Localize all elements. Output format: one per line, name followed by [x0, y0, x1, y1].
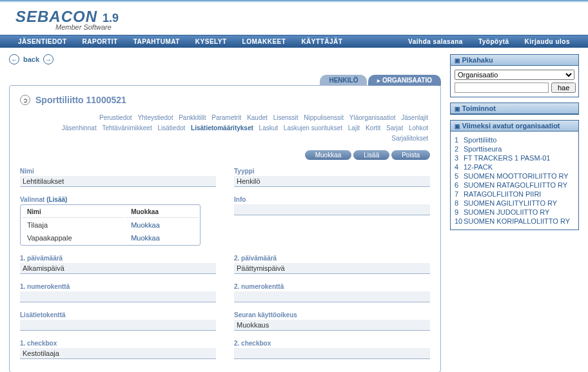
subnav: Perustiedot Yhteystiedot Pankkitilit Par… — [20, 113, 430, 144]
panel-viimeksi: Viimeksi avatut organisaatiot 1Sporttili… — [450, 120, 579, 230]
value-nimi: Lehtitilaukset — [20, 176, 216, 187]
delete-button[interactable]: Poista — [391, 150, 430, 160]
nav-change-password[interactable]: Vaihda salasana — [400, 38, 471, 45]
label-tyyppi: Tyyppi — [234, 168, 430, 175]
recent-list: 1Sporttiliitto 2Sporttiseura 3FT TRACKER… — [455, 135, 574, 226]
subnav-parametrit[interactable]: Parametrit — [211, 114, 241, 121]
recent-item[interactable]: 8SUOMEN AGILITYLIITTO RY — [455, 199, 574, 208]
subnav-perustiedot[interactable]: Perustiedot — [99, 114, 132, 121]
label-cb1: 1. checkbox — [20, 340, 216, 347]
tab-henkilo[interactable]: HENKILÖ — [320, 75, 367, 86]
nav-raportit[interactable]: RAPORTIT — [75, 38, 126, 45]
value-num1 — [20, 291, 216, 302]
recent-item[interactable]: 7RATAGOLFLIITON PIIRI — [455, 190, 574, 199]
subnav-jasenlajit[interactable]: Jäsenlajit — [401, 114, 428, 121]
value-num2 — [234, 291, 430, 302]
subnav-kortit[interactable]: Kortit — [366, 124, 380, 132]
valinnat-add-link[interactable]: (Lisää) — [46, 196, 67, 203]
pikahaku-search-button[interactable] — [551, 83, 576, 93]
recent-item[interactable]: 1Sporttiliitto — [455, 135, 574, 144]
pikahaku-type-select[interactable]: Organisaatio — [455, 70, 574, 80]
subnav-ylaorganisaatiot[interactable]: Yläorganisaatiot — [349, 114, 396, 121]
subnav-laskujen-suoritukset[interactable]: Laskujen suoritukset — [284, 124, 342, 132]
page-title-icon: ➲ — [20, 95, 30, 105]
label-pvm2: 2. päivämäärä — [234, 255, 430, 262]
label-nimi: Nimi — [20, 168, 216, 175]
subnav-nippulisenssit[interactable]: Nippulisenssit — [304, 114, 344, 121]
recent-item[interactable]: 10SUOMEN KORIPALLOLIITTO RY — [455, 217, 574, 226]
valinnat-col-muokkaa: Muokkaa — [126, 206, 199, 218]
label-pvm1: 1. päivämäärä — [20, 255, 216, 262]
value-cb2 — [234, 348, 430, 359]
back-bar: ← back → — [9, 54, 441, 64]
subnav-sarjat[interactable]: Sarjat — [386, 124, 403, 132]
valinnat-col-nimi: Nimi — [22, 206, 124, 218]
form-grid: Nimi Lehtitilaukset Tyyppi Henkilö Valin… — [20, 168, 430, 359]
app-subtitle: Member Software — [55, 23, 573, 31]
valinnat-row-name: Tilaaja — [22, 219, 124, 231]
nav-desktop[interactable]: Työpöytä — [471, 38, 517, 45]
label-seura: Seuran käyttöoikeus — [234, 311, 430, 318]
nav-right: Vaihda salasana Työpöytä Kirjaudu ulos — [400, 38, 578, 45]
tabs: HENKILÖ ORGANISAATIO — [9, 75, 441, 86]
panel-toiminnot-title: Toiminnot — [451, 103, 578, 114]
value-pvm2: Päättymispäivä — [234, 263, 430, 274]
recent-item[interactable]: 2Sporttiseura — [455, 144, 574, 153]
label-cb2: 2. checkbox — [234, 340, 430, 347]
value-pvm1: Alkamispäivä — [20, 263, 216, 274]
main-nav: JÄSENTIEDOT RAPORTIT TAPAHTUMAT KYSELYT … — [0, 35, 588, 48]
value-tyyppi: Henkilö — [234, 176, 430, 187]
value-lisa — [20, 320, 216, 331]
nav-left: JÄSENTIEDOT RAPORTIT TAPAHTUMAT KYSELYT … — [10, 38, 350, 45]
panel-pikahaku: Pikahaku Organisaatio — [450, 54, 579, 97]
label-valinnat: Valinnat (Lisää) — [20, 196, 216, 203]
valinnat-row-edit-link[interactable]: Muokkaa — [126, 219, 199, 231]
panel-pikahaku-title: Pikahaku — [451, 55, 578, 66]
nav-kayttajat[interactable]: KÄYTTÄJÄT — [293, 38, 350, 45]
nav-kyselyt[interactable]: KYSELYT — [188, 38, 235, 45]
recent-item[interactable]: 5SUOMEN MOOTTORILIITTO RY — [455, 171, 574, 181]
recent-item[interactable]: 9SUOMEN JUDOLIITTO RY — [455, 208, 574, 217]
recent-item[interactable]: 412-PACK — [455, 162, 574, 171]
value-seura: Muokkaus — [234, 320, 430, 331]
recent-item[interactable]: 3FT TRACKERS 1 PASM-01 — [455, 153, 574, 162]
nav-logout[interactable]: Kirjaudu ulos — [517, 38, 578, 45]
panel-viimeksi-title: Viimeksi avatut organisaatiot — [451, 121, 578, 132]
content-box: ➲ Sporttiliitto 11000521 Perustiedot Yht… — [9, 85, 441, 372]
subnav-lisatiedot[interactable]: Lisätiedot — [158, 124, 186, 132]
valinnat-row-edit-link[interactable]: Muokkaa — [126, 232, 199, 244]
subnav-lisenssit[interactable]: Lisenssit — [273, 114, 299, 121]
nav-tapahtumat[interactable]: TAPAHTUMAT — [126, 38, 188, 45]
action-bar: Muokkaa Lisää Poista — [20, 150, 430, 160]
label-lisa: Lisätietokenttä — [20, 311, 216, 318]
back-label[interactable]: back — [23, 55, 39, 63]
header: SEBACON 1.9 Member Software — [0, 3, 588, 35]
label-num1: 1. numerokenttä — [20, 283, 216, 290]
valinnat-row-name: Vapaakappale — [22, 232, 124, 244]
pikahaku-input[interactable] — [455, 83, 549, 93]
tab-organisaatio[interactable]: ORGANISAATIO — [368, 75, 441, 86]
back-arrow-right-icon[interactable]: → — [43, 54, 54, 64]
label-info: Info — [234, 196, 430, 203]
nav-lomakkeet[interactable]: LOMAKKEET — [235, 38, 294, 45]
value-info — [234, 204, 430, 215]
back-arrow-left-icon[interactable]: ← — [9, 54, 19, 64]
valinnat-row: Vapaakappale Muokkaa — [22, 232, 199, 244]
subnav-kaudet[interactable]: Kaudet — [247, 114, 268, 121]
panel-toiminnot: Toiminnot — [450, 103, 579, 115]
subnav-tehtavanimikkeet[interactable]: Tehtävänimikkeet — [102, 124, 152, 132]
add-button[interactable]: Lisää — [353, 150, 389, 160]
valinnat-row: Tilaaja Muokkaa — [22, 219, 199, 231]
subnav-jasenhinnat[interactable]: Jäsenhinnat — [62, 124, 97, 132]
subnav-laskut[interactable]: Laskut — [259, 124, 278, 132]
nav-jasentiedot[interactable]: JÄSENTIEDOT — [10, 38, 75, 45]
recent-item[interactable]: 6SUOMEN RATAGOLFLIITTO RY — [455, 181, 574, 190]
subnav-yhteystiedot[interactable]: Yhteystiedot — [137, 114, 173, 121]
subnav-lajit[interactable]: Lajit — [348, 124, 360, 132]
subnav-lohkot[interactable]: Lohkot — [409, 124, 428, 132]
subnav-sarjaliitokset[interactable]: Sarjaliitokset — [391, 135, 428, 142]
edit-button[interactable]: Muokkaa — [305, 150, 352, 160]
page-title: Sporttiliitto 11000521 — [35, 95, 126, 105]
subnav-lisatietomaaritykset[interactable]: Lisätietomääritykset — [191, 124, 253, 132]
subnav-pankkitilit[interactable]: Pankkitilit — [179, 114, 206, 121]
